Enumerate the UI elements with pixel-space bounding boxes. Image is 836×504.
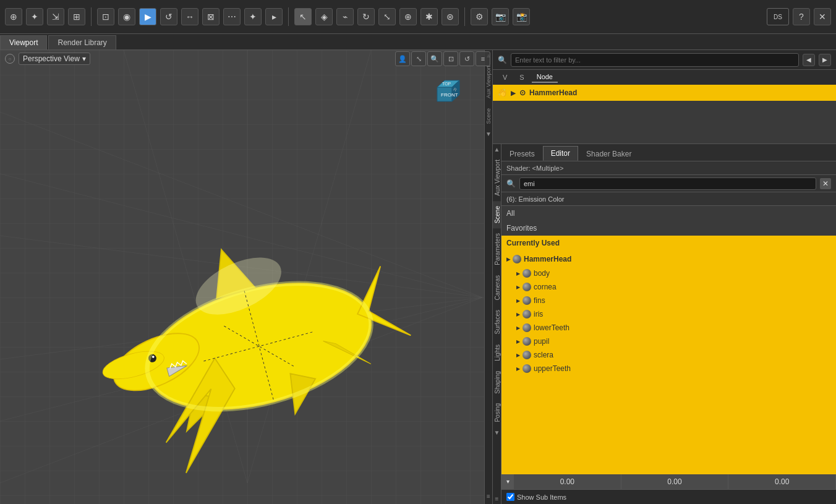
vp-rotate-btn[interactable]: ↺ bbox=[459, 51, 474, 66]
tool-icon-18[interactable]: ⊕ bbox=[399, 8, 417, 25]
mat-ball-iris bbox=[522, 310, 531, 318]
side-nav-lights[interactable]: Lights bbox=[493, 340, 501, 366]
filter-next-btn[interactable]: ▶ bbox=[819, 54, 831, 66]
node-sphere-icon: ⊙ bbox=[519, 88, 526, 97]
value-expand-btn[interactable]: ▾ bbox=[501, 474, 514, 489]
tool-icon-16[interactable]: ↻ bbox=[357, 8, 375, 25]
mat-item-sclera[interactable]: ▶ sclera bbox=[501, 348, 836, 362]
strip-item-2[interactable]: Scene bbox=[484, 103, 493, 129]
vp-list-btn[interactable]: ≡ bbox=[476, 51, 490, 66]
shader-tab-presets[interactable]: Presets bbox=[501, 147, 543, 161]
top-toolbar: ⊕ ✦ ⇲ ⊞ ⊡ ◉ ▶ ↺ ↔ ⊠ ⋯ ✦ ▸ ↖ ◈ ⌁ ↻ ⤡ ⊕ ✱ … bbox=[0, 0, 836, 34]
tool-icon-select[interactable]: ↖ bbox=[294, 8, 312, 25]
tool-icon-13[interactable]: ▸ bbox=[265, 8, 283, 25]
scene-tab-v[interactable]: V bbox=[498, 72, 512, 82]
tool-icon-23[interactable]: 📸 bbox=[513, 8, 530, 25]
mat-item-pupil[interactable]: ▶ pupil bbox=[501, 335, 836, 348]
tab-viewport[interactable]: Viewport bbox=[0, 35, 47, 49]
tool-icon-15[interactable]: ⌁ bbox=[336, 8, 354, 25]
mat-item-arrow-cornea: ▶ bbox=[516, 284, 520, 290]
side-nav-cameras[interactable]: Cameras bbox=[493, 270, 501, 305]
side-nav-posing[interactable]: Posing bbox=[493, 398, 501, 427]
mat-item-label-cornea: cornea bbox=[534, 283, 557, 291]
tab-render-library[interactable]: Render Library bbox=[48, 35, 116, 49]
side-nav-up[interactable]: ▲ bbox=[493, 144, 501, 155]
tool-icon-11[interactable]: ⋯ bbox=[223, 8, 241, 25]
scene-tab-s[interactable]: S bbox=[514, 72, 529, 82]
tool-icon-5[interactable]: ⊡ bbox=[97, 8, 114, 25]
tool-icon-ds[interactable]: DS bbox=[767, 8, 789, 25]
tool-icon-20[interactable]: ⊛ bbox=[441, 8, 459, 25]
tool-icon-3[interactable]: ⇲ bbox=[47, 8, 64, 25]
filter-prev-btn[interactable]: ◀ bbox=[803, 54, 815, 66]
tool-icon-1[interactable]: ⊕ bbox=[5, 8, 22, 25]
side-nav-surfaces[interactable]: Surfaces bbox=[493, 305, 501, 339]
vp-zoom-btn[interactable]: 🔍 bbox=[427, 51, 442, 66]
side-nav-aux-viewport[interactable]: Aux Viewport bbox=[493, 155, 501, 201]
side-nav-scene[interactable]: Scene bbox=[493, 201, 501, 228]
side-nav-down[interactable]: ▼ bbox=[493, 427, 501, 438]
selected-node-row[interactable]: 👋 ▶ ⊙ HammerHead bbox=[493, 85, 836, 101]
viewport-area[interactable]: ○ Perspective View ▾ 👤 ⤡ 🔍 ⊡ ↺ ≡ bbox=[0, 50, 493, 504]
mat-item-iris[interactable]: ▶ iris bbox=[501, 307, 836, 321]
tool-icon-9[interactable]: ↔ bbox=[181, 8, 198, 25]
mat-search-icon: 🔍 bbox=[506, 179, 516, 188]
side-nav-parameters[interactable]: Parameters bbox=[493, 228, 501, 270]
mat-item-arrow-sclera: ▶ bbox=[516, 352, 520, 358]
mat-item-label-body: body bbox=[534, 269, 550, 278]
scene-filter-input[interactable] bbox=[511, 53, 799, 67]
shader-tab-baker[interactable]: Shader Baker bbox=[578, 147, 639, 161]
tool-icon-17[interactable]: ⤡ bbox=[378, 8, 396, 25]
tool-icon-21[interactable]: ⚙ bbox=[471, 8, 488, 25]
tool-icon-2[interactable]: ✦ bbox=[26, 8, 43, 25]
tool-icon-12[interactable]: ✦ bbox=[244, 8, 262, 25]
cat-currently-used[interactable]: Currently Used bbox=[501, 236, 836, 250]
tool-icon-4[interactable]: ⊞ bbox=[68, 8, 85, 25]
vp-move-btn[interactable]: ⤡ bbox=[411, 51, 426, 66]
mat-item-upper-teeth[interactable]: ▶ upperTeeth bbox=[501, 362, 836, 375]
cube-gizmo[interactable]: FRONT TOP R bbox=[425, 72, 464, 111]
mat-group-header-hammerhead[interactable]: ▶ HammerHead bbox=[501, 252, 836, 267]
strip-settings[interactable]: ≡ bbox=[485, 491, 492, 502]
cat-favorites[interactable]: Favorites bbox=[501, 221, 836, 236]
val-field-2[interactable]: 0.00 bbox=[621, 474, 729, 489]
vp-user-btn[interactable]: 👤 bbox=[395, 51, 410, 66]
scene-tree: V S Node 👋 ▶ ⊙ HammerHead bbox=[493, 70, 836, 144]
strip-arrow-down[interactable]: ▼ bbox=[484, 129, 493, 139]
material-search-clear-btn[interactable]: ✕ bbox=[820, 178, 831, 189]
tool-icon-close[interactable]: ✕ bbox=[814, 8, 831, 25]
side-nav-shaping[interactable]: Shaping bbox=[493, 366, 501, 399]
mat-item-body[interactable]: ▶ body bbox=[501, 267, 836, 280]
mat-item-arrow-fins: ▶ bbox=[516, 298, 520, 304]
perspective-view-dropdown[interactable]: Perspective View ▾ bbox=[19, 53, 90, 65]
tool-icon-19[interactable]: ✱ bbox=[420, 8, 438, 25]
shader-tab-editor[interactable]: Editor bbox=[543, 146, 578, 161]
vp-header-right: 👤 ⤡ 🔍 ⊡ ↺ ≡ bbox=[395, 50, 493, 67]
tool-icon-14[interactable]: ◈ bbox=[315, 8, 333, 25]
mat-item-cornea[interactable]: ▶ cornea bbox=[501, 280, 836, 294]
show-sub-items-checkbox[interactable] bbox=[506, 493, 514, 501]
tool-icon-6[interactable]: ◉ bbox=[118, 8, 135, 25]
mat-item-arrow-iris: ▶ bbox=[516, 312, 520, 317]
perspective-view-label: Perspective View bbox=[23, 54, 80, 63]
material-tree: ▶ HammerHead ▶ body ▶ cornea bbox=[501, 250, 836, 474]
category-list: All Favorites Currently Used bbox=[501, 206, 836, 250]
tool-icon-8[interactable]: ↺ bbox=[160, 8, 177, 25]
mat-item-fins[interactable]: ▶ fins bbox=[501, 294, 836, 307]
material-search-input[interactable] bbox=[519, 177, 816, 190]
side-nav-settings[interactable]: ≡ bbox=[493, 493, 501, 504]
scene-tab-node[interactable]: Node bbox=[532, 72, 558, 83]
val-field-1[interactable]: 0.00 bbox=[514, 474, 621, 489]
shader-label-text: Shader: <Multiple> bbox=[506, 164, 563, 172]
perspective-label: ○ Perspective View ▾ bbox=[5, 53, 90, 65]
val-field-3[interactable]: 0.00 bbox=[728, 474, 836, 489]
vp-fit-btn[interactable]: ⊡ bbox=[443, 51, 458, 66]
cat-all[interactable]: All bbox=[501, 206, 836, 221]
tool-icon-7[interactable]: ▶ bbox=[139, 8, 156, 25]
tool-icon-22[interactable]: 📷 bbox=[492, 8, 509, 25]
tool-icon-10[interactable]: ⊠ bbox=[202, 8, 220, 25]
sep-3 bbox=[464, 7, 465, 26]
mat-item-lower-teeth[interactable]: ▶ lowerTeeth bbox=[501, 321, 836, 335]
tool-icon-help[interactable]: ? bbox=[793, 8, 810, 25]
mat-ball-sclera bbox=[522, 351, 531, 359]
